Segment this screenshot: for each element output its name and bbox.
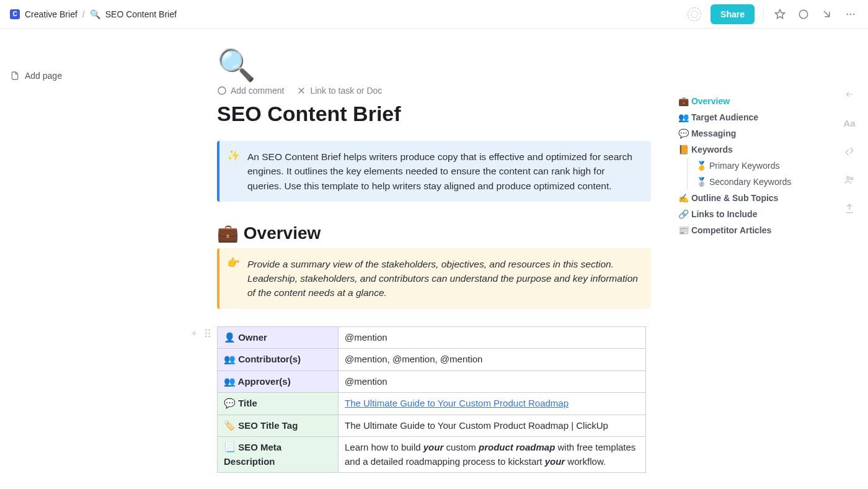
table-label-cell: 👥 Approver(s) [218, 370, 339, 393]
table-row[interactable]: 👥 Contributor(s)@mention, @mention, @men… [218, 349, 646, 371]
table-value-cell[interactable]: Learn how to build your custom product r… [339, 437, 646, 473]
toc-subitem[interactable]: 🥇 Primary Keywords [688, 158, 821, 174]
clock-icon[interactable] [687, 7, 702, 22]
title-actions: Add comment Link to task or Doc [217, 86, 651, 96]
table-value-cell[interactable]: @mention [339, 370, 646, 393]
share-button[interactable]: Share [711, 4, 755, 24]
table-row[interactable]: 🏷️ SEO Title TagThe Ultimate Guide to Yo… [218, 415, 646, 437]
font-settings-button[interactable]: Aa [843, 117, 856, 129]
drag-handle-icon[interactable] [203, 329, 212, 338]
table-label-cell: 👤 Owner [218, 326, 339, 349]
svg-point-2 [847, 13, 848, 14]
overview-callout: 👉 Provide a summary view of the stakehol… [217, 248, 651, 309]
table-label-cell: 👥 Contributor(s) [218, 349, 339, 371]
sparkles-icon: ✨ [227, 150, 240, 193]
title-link[interactable]: The Ultimate Guide to Your Custom Produc… [345, 398, 569, 408]
svg-point-6 [205, 329, 206, 330]
toc-item[interactable]: 📙 Keywords [678, 141, 821, 158]
link-task-label: Link to task or Doc [310, 86, 382, 96]
page-plus-icon [10, 71, 20, 81]
toc-item[interactable]: 📰 Competitor Articles [678, 222, 821, 238]
link-task-button[interactable]: Link to task or Doc [296, 86, 382, 96]
page-title[interactable]: SEO Content Brief [217, 102, 651, 126]
row-handles [190, 329, 212, 338]
download-arrow-icon[interactable] [820, 7, 835, 22]
table-label-cell: 💬 Title [218, 393, 339, 415]
add-page-label: Add page [25, 71, 62, 81]
overview-table[interactable]: 👤 Owner@mention👥 Contributor(s)@mention,… [217, 326, 646, 473]
table-row[interactable]: 📃 SEO Meta DescriptionLearn how to build… [218, 437, 646, 473]
table-row[interactable]: 👥 Approver(s)@mention [218, 370, 646, 393]
toc-item[interactable]: 💼 Overview [678, 93, 821, 109]
table-value-cell[interactable]: @mention [339, 326, 646, 349]
breadcrumb-workspace[interactable]: Creative Brief [25, 9, 78, 19]
svg-point-5 [218, 87, 226, 94]
svg-point-10 [205, 336, 206, 337]
svg-point-13 [851, 177, 853, 180]
export-icon[interactable] [843, 202, 856, 215]
intro-callout: ✨ An SEO Content Brief helps writers pro… [217, 141, 651, 202]
toc-item[interactable]: 👥 Target Audience [678, 109, 821, 125]
star-icon[interactable] [773, 7, 787, 22]
overview-callout-text: Provide a summary view of the stakeholde… [247, 257, 641, 300]
divider [763, 7, 764, 21]
svg-point-8 [205, 332, 206, 333]
table-value-cell[interactable]: @mention, @mention, @mention [339, 349, 646, 371]
overview-heading: 💼 Overview [217, 223, 651, 243]
breadcrumb-page-icon: 🔍 [90, 9, 100, 19]
breadcrumb-page[interactable]: SEO Content Brief [105, 9, 177, 19]
breadcrumb: C Creative Brief / 🔍 SEO Content Brief [10, 9, 177, 19]
pointing-right-icon: 👉 [227, 257, 240, 300]
workspace-icon: C [10, 9, 20, 19]
topbar-right: Share [687, 4, 858, 24]
svg-point-11 [208, 336, 210, 337]
table-of-contents: 💼 Overview👥 Target Audience💬 Messaging📙 … [678, 93, 821, 238]
briefcase-icon: 💼 [217, 223, 239, 243]
float-rail: Aa [843, 88, 856, 215]
breadcrumb-separator: / [82, 9, 85, 19]
arrows-icon[interactable] [843, 145, 856, 158]
svg-marker-0 [776, 9, 785, 18]
comment-icon[interactable] [796, 7, 811, 22]
table-row[interactable]: 👤 Owner@mention [218, 326, 646, 349]
overview-heading-text: Overview [244, 223, 321, 243]
overview-table-wrap: 👤 Owner@mention👥 Contributor(s)@mention,… [217, 326, 651, 473]
topbar: C Creative Brief / 🔍 SEO Content Brief S… [0, 0, 868, 29]
svg-point-12 [847, 177, 850, 180]
toc-item[interactable]: 💬 Messaging [678, 125, 821, 141]
add-comment-label: Add comment [231, 86, 284, 96]
intro-callout-text: An SEO Content Brief helps writers produ… [247, 150, 641, 193]
svg-point-1 [799, 10, 808, 19]
people-icon[interactable] [843, 174, 856, 186]
table-label-cell: 📃 SEO Meta Description [218, 437, 339, 473]
table-label-cell: 🏷️ SEO Title Tag [218, 415, 339, 437]
svg-point-7 [208, 329, 210, 330]
more-icon[interactable] [843, 7, 858, 22]
add-page-button[interactable]: Add page [10, 71, 62, 81]
main-content: 🔍 Add comment Link to task or Doc SEO Co… [217, 50, 651, 473]
page-icon[interactable]: 🔍 [217, 50, 651, 81]
toc-subitem[interactable]: 🥈 Secondary Keywords [688, 174, 821, 190]
svg-point-9 [208, 332, 210, 333]
link-icon [296, 86, 306, 96]
toc-sublist: 🥇 Primary Keywords🥈 Secondary Keywords [687, 158, 821, 190]
comment-bubble-icon [217, 86, 227, 96]
svg-point-4 [853, 13, 854, 14]
toc-item[interactable]: 🔗 Links to Include [678, 206, 821, 222]
table-value-cell[interactable]: The Ultimate Guide to Your Custom Produc… [339, 393, 646, 415]
svg-point-3 [850, 13, 851, 14]
add-row-button[interactable] [190, 329, 198, 338]
collapse-toc-icon[interactable] [843, 88, 856, 101]
table-row[interactable]: 💬 TitleThe Ultimate Guide to Your Custom… [218, 393, 646, 415]
table-value-cell[interactable]: The Ultimate Guide to Your Custom Produc… [339, 415, 646, 437]
add-comment-button[interactable]: Add comment [217, 86, 284, 96]
toc-item[interactable]: ✍️ Outline & Sub Topics [678, 190, 821, 206]
